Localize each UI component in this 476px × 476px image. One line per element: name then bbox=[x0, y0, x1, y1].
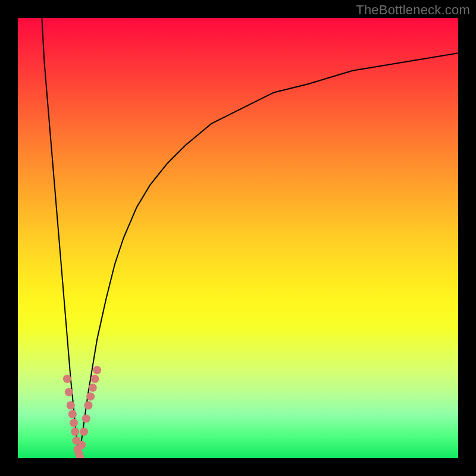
watermark-text: TheBottleneck.com bbox=[356, 2, 470, 18]
data-point bbox=[91, 375, 99, 383]
data-point bbox=[89, 384, 97, 392]
data-point bbox=[67, 401, 75, 409]
data-point bbox=[68, 410, 77, 418]
chart-frame: TheBottleneck.com bbox=[0, 0, 476, 476]
data-point bbox=[77, 441, 86, 449]
data-point bbox=[63, 375, 71, 383]
data-point bbox=[86, 392, 95, 400]
chart-svg bbox=[18, 18, 458, 458]
data-point bbox=[71, 428, 79, 436]
curve-left-branch bbox=[42, 18, 79, 458]
data-point bbox=[65, 388, 73, 396]
curve-right-branch bbox=[79, 53, 458, 458]
data-point bbox=[93, 366, 101, 374]
marker-group bbox=[63, 366, 101, 458]
data-point bbox=[82, 414, 90, 422]
curve-group bbox=[42, 18, 458, 458]
data-point bbox=[80, 428, 88, 436]
data-point bbox=[84, 401, 92, 409]
plot-area bbox=[18, 18, 458, 458]
data-point bbox=[70, 419, 78, 427]
